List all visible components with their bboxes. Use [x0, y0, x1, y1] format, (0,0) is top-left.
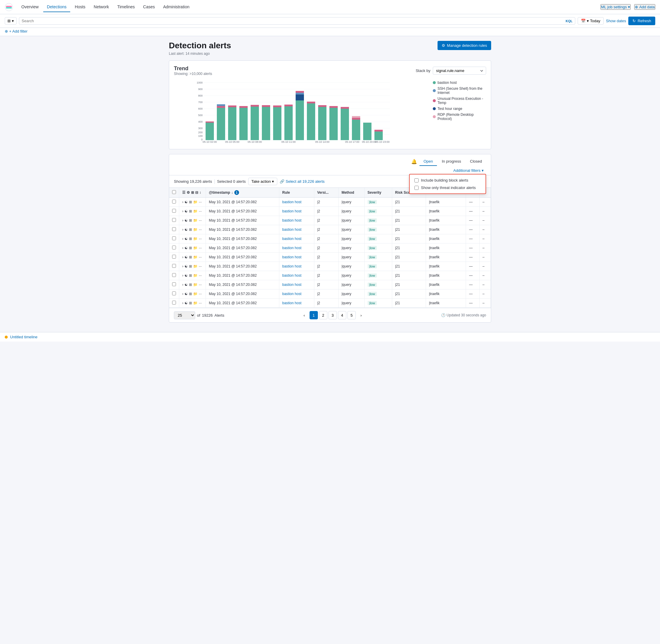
expand-icon[interactable]: ›: [182, 264, 183, 268]
page-4-button[interactable]: 4: [338, 311, 346, 319]
sort-icon[interactable]: ↕: [199, 190, 201, 194]
take-action-button[interactable]: Take action ▾: [248, 178, 278, 185]
pin-icon[interactable]: ☯: [185, 255, 188, 259]
expand-icon[interactable]: ›: [182, 200, 183, 204]
network-icon[interactable]: ⊞: [189, 246, 192, 250]
next-page-button[interactable]: ›: [357, 311, 365, 319]
date-picker-button[interactable]: 📅 ▾ Today: [578, 17, 604, 25]
row-checkbox[interactable]: [172, 264, 176, 268]
pin-icon[interactable]: ☯: [185, 246, 188, 250]
show-dates-button[interactable]: Show dates: [606, 19, 626, 23]
tab-closed[interactable]: Closed: [466, 157, 486, 166]
expand-icon[interactable]: ›: [182, 292, 183, 296]
folder-icon[interactable]: 📁: [193, 292, 198, 296]
pin-icon[interactable]: ☯: [185, 200, 188, 204]
row-checkbox[interactable]: [172, 282, 176, 286]
header-rule[interactable]: Rule: [279, 188, 314, 198]
header-version[interactable]: Versi...: [314, 188, 338, 198]
pin-icon[interactable]: ☯: [185, 292, 188, 296]
header-severity[interactable]: Severity: [364, 188, 392, 198]
expand-icon[interactable]: ›: [182, 209, 183, 213]
row-checkbox[interactable]: [172, 255, 176, 259]
nav-administration[interactable]: Administration: [160, 2, 193, 12]
ml-job-settings-button[interactable]: ML job settings ▾: [600, 4, 631, 10]
folder-icon[interactable]: 📁: [193, 237, 198, 241]
row-checkbox[interactable]: [172, 200, 176, 204]
network-icon[interactable]: ⊞: [189, 209, 192, 213]
network-icon[interactable]: ⊞: [189, 264, 192, 268]
nav-cases[interactable]: Cases: [139, 2, 158, 12]
folder-icon[interactable]: 📁: [193, 228, 198, 232]
gear-icon[interactable]: ⚙: [187, 190, 190, 194]
prev-page-button[interactable]: ‹: [300, 311, 309, 319]
folder-icon[interactable]: 📁: [193, 264, 198, 268]
pin-icon[interactable]: ☯: [185, 237, 188, 241]
expand-icon[interactable]: ›: [182, 273, 183, 278]
more-icon[interactable]: ···: [199, 237, 202, 241]
alert-bell-icon[interactable]: 🔔: [411, 159, 417, 164]
search-type-button[interactable]: ⊞ ▾: [5, 17, 17, 25]
network-icon[interactable]: ⊞: [189, 228, 192, 232]
nav-network[interactable]: Network: [90, 2, 112, 12]
more-icon[interactable]: ···: [199, 301, 202, 305]
manage-detection-rules-button[interactable]: ⚙ Manage detection rules: [437, 41, 491, 50]
expand-icon[interactable]: ›: [182, 228, 183, 232]
tab-open[interactable]: Open: [419, 157, 437, 166]
folder-icon[interactable]: 📁: [193, 218, 198, 223]
page-5-button[interactable]: 5: [347, 311, 356, 319]
more-icon[interactable]: ···: [199, 264, 202, 268]
expand-icon[interactable]: ›: [182, 255, 183, 259]
threat-indicator-filter[interactable]: Show only threat indicator alerts: [414, 185, 481, 190]
list-icon[interactable]: ☰: [182, 190, 185, 194]
more-icon[interactable]: ···: [199, 200, 202, 204]
more-icon[interactable]: ···: [199, 292, 202, 296]
pin-icon[interactable]: ☯: [185, 209, 188, 213]
folder-icon[interactable]: 📁: [193, 283, 198, 287]
nav-hosts[interactable]: Hosts: [71, 2, 89, 12]
row-checkbox[interactable]: [172, 209, 176, 213]
network-icon[interactable]: ⊞: [189, 200, 192, 204]
network-icon[interactable]: ⊞: [189, 292, 192, 296]
row-checkbox[interactable]: [172, 301, 176, 304]
network-icon[interactable]: ⊞: [189, 218, 192, 223]
network-icon[interactable]: ⊞: [189, 283, 192, 287]
nav-timelines[interactable]: Timelines: [114, 2, 138, 12]
network-icon[interactable]: ⊞: [189, 273, 192, 278]
expand-icon[interactable]: ›: [182, 237, 183, 241]
nav-overview[interactable]: Overview: [18, 2, 42, 12]
more-icon[interactable]: ···: [199, 283, 202, 287]
pin-icon[interactable]: ☯: [185, 218, 188, 223]
pin-icon[interactable]: ☯: [185, 264, 188, 268]
row-checkbox[interactable]: [172, 292, 176, 295]
page-1-button[interactable]: 1: [310, 311, 318, 319]
stack-by-select[interactable]: signal.rule.name: [433, 67, 486, 75]
more-icon[interactable]: ···: [199, 209, 202, 213]
folder-icon[interactable]: 📁: [193, 200, 198, 204]
expand-icon[interactable]: ›: [182, 218, 183, 223]
threat-indicator-checkbox[interactable]: [414, 186, 418, 190]
row-checkbox[interactable]: [172, 236, 176, 240]
table-icon[interactable]: ⊟: [195, 190, 198, 194]
pin-icon[interactable]: ☯: [185, 228, 188, 232]
add-filter-button[interactable]: ⊕ + Add filter: [5, 29, 27, 33]
folder-icon[interactable]: 📁: [193, 301, 198, 305]
select-all-link[interactable]: 🔗 Select all 19,226 alerts: [280, 179, 325, 184]
more-icon[interactable]: ···: [199, 255, 202, 259]
header-method[interactable]: Method: [338, 188, 364, 198]
refresh-button[interactable]: ↻ Refresh: [628, 17, 655, 25]
page-3-button[interactable]: 3: [328, 311, 337, 319]
more-icon[interactable]: ···: [199, 228, 202, 232]
row-checkbox[interactable]: [172, 218, 176, 222]
additional-filters-button[interactable]: Additional filters ▾: [451, 167, 486, 174]
network-icon[interactable]: ⊞: [189, 301, 192, 305]
more-icon[interactable]: ···: [199, 273, 202, 278]
row-checkbox[interactable]: [172, 273, 176, 277]
folder-icon[interactable]: 📁: [193, 255, 198, 259]
expand-icon[interactable]: ›: [182, 301, 183, 305]
timeline-link[interactable]: Untitled timeline: [10, 335, 38, 339]
add-data-button[interactable]: ⊕ Add data: [634, 4, 655, 10]
page-size-select[interactable]: 25 50 100: [174, 311, 195, 319]
network-icon[interactable]: ⊞: [191, 190, 194, 194]
expand-icon[interactable]: ›: [182, 283, 183, 287]
folder-icon[interactable]: 📁: [193, 209, 198, 213]
